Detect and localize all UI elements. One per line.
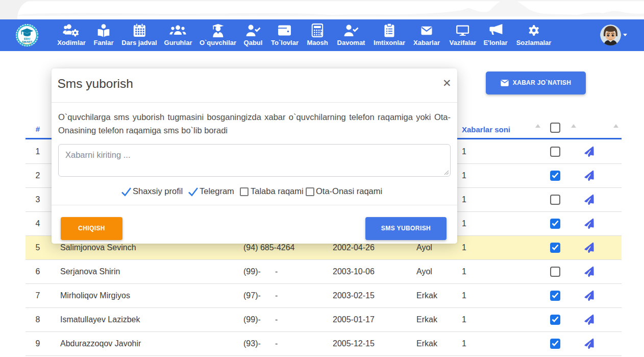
svg-text:SMART: SMART xyxy=(22,40,33,43)
